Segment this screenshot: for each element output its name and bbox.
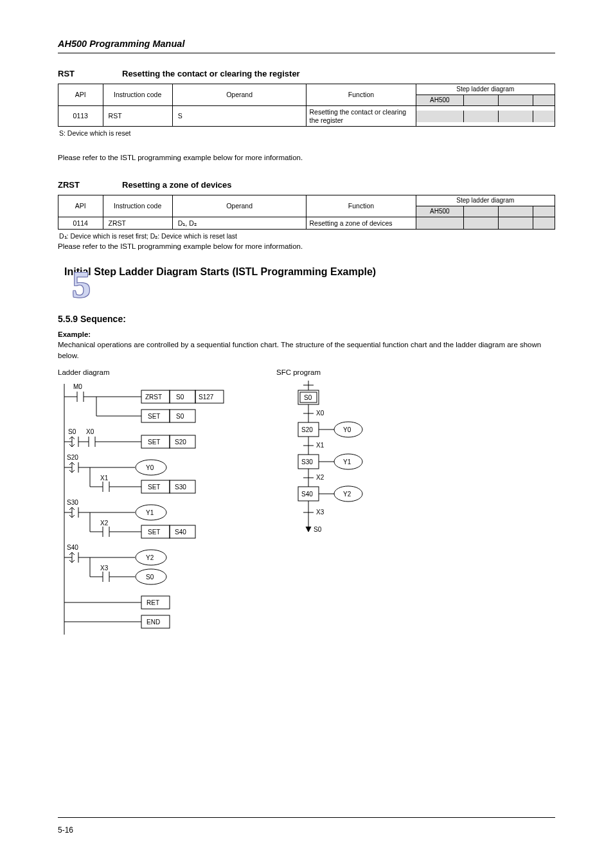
col-operand: Operand <box>172 84 306 106</box>
page-header: AH500 Programming Manual <box>58 39 555 49</box>
rst-fn: Resetting the contact or clearing the re… <box>306 106 416 127</box>
svg-text:SET: SET <box>148 484 160 491</box>
ladder-diagram: M0 ZRST S0 S127 SET S0 <box>58 377 251 647</box>
svg-text:S0: S0 <box>68 428 76 435</box>
svg-text:S20: S20 <box>301 426 313 433</box>
zrst-note1: D₁: Device which is reset first; D₂: Dev… <box>59 232 555 240</box>
svg-text:S0: S0 <box>176 413 184 420</box>
svg-text:S40: S40 <box>175 529 186 536</box>
z-col-api: API <box>58 195 103 217</box>
page-number: 5-16 <box>58 826 73 835</box>
svg-text:X0: X0 <box>86 428 94 435</box>
svg-text:X3: X3 <box>100 565 109 572</box>
zrst-mnemonic: ZRST <box>58 180 96 190</box>
st-c3 <box>533 95 555 105</box>
svg-text:X2: X2 <box>316 474 324 481</box>
rst-note: S: Device which is reset <box>59 129 555 137</box>
z-col-instr: Instruction code <box>103 195 172 217</box>
zrst-api: 0114 <box>58 217 103 230</box>
svg-text:X1: X1 <box>100 475 109 482</box>
svg-text:END: END <box>147 619 160 626</box>
svg-text:Y1: Y1 <box>343 458 351 466</box>
zrst-op: D₁, D₂ <box>172 217 306 230</box>
svg-text:S127: S127 <box>199 393 214 401</box>
col-instr: Instruction code <box>103 84 172 106</box>
svg-text:Y2: Y2 <box>146 554 154 561</box>
sfc-caption: SFC program <box>276 368 418 376</box>
svg-text:SET: SET <box>148 529 160 536</box>
zrst-heading: ZRST Resetting a zone of devices <box>58 180 555 190</box>
st-c1 <box>463 95 498 105</box>
z-st-head: Step ladder diagram <box>416 195 555 206</box>
svg-text:Y0: Y0 <box>146 464 154 471</box>
rst-name: Resetting the contact or clearing the re… <box>122 69 300 78</box>
svg-text:Y1: Y1 <box>146 509 154 516</box>
svg-text:S30: S30 <box>175 484 186 491</box>
sfc-diagram: S0 X0 S20 Y0 X1 S30 Y1 <box>276 377 418 590</box>
zrst-table-body: 0114 ZRST D₁, D₂ Resetting a zone of dev… <box>58 217 555 230</box>
svg-text:S30: S30 <box>301 458 313 466</box>
svg-text:S20: S20 <box>175 439 186 446</box>
zrst-code: ZRST <box>103 217 172 230</box>
rst-table-body: 0113 RST S Resetting the contact or clea… <box>58 105 555 127</box>
zrst-note2: Please refer to the ISTL programming exa… <box>58 241 555 252</box>
example-label: Example: <box>58 330 555 338</box>
svg-text:SET: SET <box>148 413 160 420</box>
st-c0: AH500 <box>416 95 464 105</box>
st-c2 <box>498 95 533 105</box>
svg-text:X2: X2 <box>100 520 109 527</box>
rst-table: API Instruction code Operand Function St… <box>58 84 555 106</box>
svg-text:X0: X0 <box>316 410 324 417</box>
svg-text:S20: S20 <box>67 454 78 461</box>
col-api: API <box>58 84 103 106</box>
example-text: Mechanical operations are controlled by … <box>58 339 555 361</box>
svg-text:S40: S40 <box>67 544 78 551</box>
zrst-table: API Instruction code Operand Function St… <box>58 195 555 217</box>
svg-text:X1: X1 <box>316 442 324 449</box>
z-col-operand: Operand <box>172 195 306 217</box>
section-number-icon: 5 <box>72 266 91 303</box>
svg-text:SET: SET <box>148 439 160 446</box>
rst-op: S <box>172 106 306 127</box>
svg-text:ZRST: ZRST <box>145 393 162 401</box>
svg-text:Y2: Y2 <box>343 491 351 498</box>
svg-text:S0: S0 <box>304 394 312 401</box>
rst-desc: Please refer to the ISTL programming exa… <box>58 152 555 163</box>
svg-text:M0: M0 <box>73 383 82 390</box>
svg-text:S40: S40 <box>301 491 313 498</box>
svg-text:S0: S0 <box>314 526 322 533</box>
section-title: Initial Step Ladder Diagram Starts (ISTL… <box>64 266 555 278</box>
zrst-fn: Resetting a zone of devices <box>306 217 416 230</box>
footer-rule <box>58 817 555 818</box>
svg-text:X3: X3 <box>316 509 324 516</box>
svg-text:Y0: Y0 <box>343 426 351 433</box>
svg-text:S0: S0 <box>176 393 184 401</box>
rst-code: RST <box>103 106 172 127</box>
rst-api: 0113 <box>58 106 103 127</box>
rst-heading: RST Resetting the contact or clearing th… <box>58 69 555 78</box>
z-col-func: Function <box>306 195 416 217</box>
section-subtitle: 5.5.9 Sequence: <box>58 314 555 324</box>
st-head: Step ladder diagram <box>416 84 555 95</box>
svg-text:S0: S0 <box>146 574 154 581</box>
svg-text:S30: S30 <box>67 499 78 506</box>
header-rule <box>58 53 555 53</box>
ladder-caption: Ladder diagram <box>58 368 251 376</box>
rst-mnemonic: RST <box>58 69 96 78</box>
svg-text:RET: RET <box>147 599 159 606</box>
col-func: Function <box>306 84 416 106</box>
zrst-name: Resetting a zone of devices <box>122 180 232 190</box>
